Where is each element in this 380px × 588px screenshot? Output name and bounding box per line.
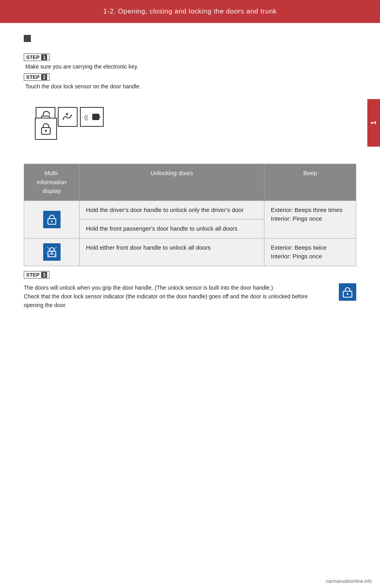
step3-container: STEP 3 The doors will unlock when you gr… — [24, 271, 356, 310]
step2-text: Touch the door lock sensor on the door h… — [25, 82, 356, 91]
header-bar: 1-2. Opening, closing and locking the do… — [0, 0, 380, 23]
step3-label: STEP 3 — [24, 271, 49, 279]
wave-icon — [61, 111, 74, 123]
table-row2-beep: Exterior: Beeps twice Interior: Pings on… — [264, 238, 356, 266]
step3-lock-icon — [339, 283, 356, 301]
svg-point-10 — [51, 253, 53, 255]
svg-point-14 — [347, 293, 348, 294]
lock-icon-svg-1 — [47, 214, 57, 225]
table-row-1a: Hold the driver's door handle to unlock … — [24, 200, 356, 220]
table-row1-icon-cell — [24, 200, 80, 238]
table-col1-header: Multi-information display — [24, 164, 80, 201]
info-table: Multi-information display Unlocking door… — [24, 164, 356, 266]
table-lock-icon-2 — [43, 243, 61, 261]
step3-content: The doors will unlock when you grip the … — [24, 283, 356, 310]
svg-point-6 — [45, 130, 47, 132]
wave-icon-box — [58, 107, 78, 127]
table-row2-unlock: Hold either front door handle to unlock … — [80, 238, 264, 266]
svg-point-8 — [51, 221, 53, 222]
sensor-icon-box: (( — [80, 107, 104, 127]
section-marker — [24, 35, 31, 42]
step2-container: STEP 2 Touch the door lock sensor on the… — [24, 73, 356, 91]
icon-strip: (( — [36, 94, 356, 140]
main-content: STEP 1 Make sure you are carrying the el… — [0, 23, 380, 326]
watermark: carmanualsonline.info — [326, 578, 372, 584]
lock-padlock-icon — [40, 122, 52, 135]
step1-text: Make sure you are carrying the electroni… — [25, 63, 356, 71]
table-row2-icon-cell — [24, 238, 80, 266]
table-lock-icon-1 — [43, 211, 61, 228]
step3-lock-svg — [342, 286, 353, 298]
table-row1a-unlock: Hold the driver's door handle to unlock … — [80, 200, 264, 220]
step2-label: STEP 2 — [24, 73, 49, 81]
step1-label: STEP 1 — [24, 53, 49, 61]
table-row-2: Hold either front door handle to unlock … — [24, 238, 356, 266]
table-col2-header: Unlocking doors — [80, 164, 264, 201]
table-col3-header: Beep — [264, 164, 356, 201]
table-row1-beep: Exterior: Beeps three times Interior: Pi… — [264, 200, 356, 238]
lock-icon-box — [35, 118, 57, 140]
svg-rect-3 — [92, 114, 99, 120]
header-title: 1-2. Opening, closing and locking the do… — [103, 8, 277, 15]
sensor-icon: (( — [84, 111, 100, 123]
table-row1b-unlock: Hold the front passenger's door handle t… — [80, 220, 264, 239]
step3-text: The doors will unlock when you grip the … — [24, 283, 327, 310]
step1-container: STEP 1 Make sure you are carrying the el… — [24, 53, 356, 71]
lock-icon-svg-2 — [47, 247, 57, 257]
side-tab-number: 1 — [370, 121, 378, 125]
side-tab: 1 — [367, 99, 380, 147]
svg-text:((: (( — [84, 114, 88, 120]
